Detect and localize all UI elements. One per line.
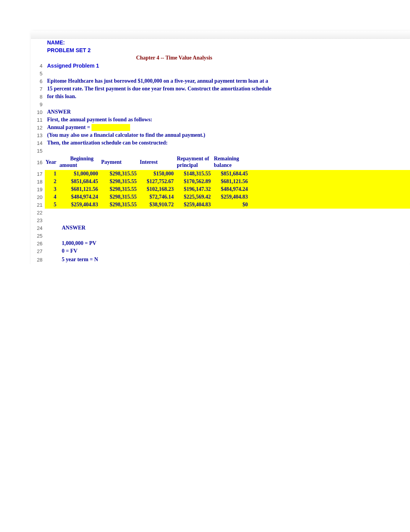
cell-remaining[interactable]: $0 (213, 202, 250, 208)
row-11: 11 First, the annual payment is found as… (31, 116, 410, 124)
row-number: 27 (31, 248, 45, 254)
cell-beginning[interactable]: $851,684.45 (59, 178, 100, 185)
chapter-title: Chapter 4 -- Time Value Analysis (103, 55, 246, 61)
row-24: 24 ANSWER (31, 224, 410, 232)
row-15: 15 (31, 147, 410, 155)
cell-year[interactable]: 1 (45, 171, 59, 177)
row-number: 20 (31, 194, 45, 200)
row-number: 16 (31, 160, 45, 165)
row-number: 18 (31, 179, 45, 185)
cell-payment[interactable]: $298,315.55 (100, 171, 139, 177)
th-balance: balance (214, 162, 250, 169)
row-number: 21 (31, 202, 45, 208)
row-number: 17 (31, 171, 45, 177)
name-label: NAME: (45, 39, 65, 46)
row-5: 5 (31, 70, 410, 77)
cell-beginning[interactable]: $1,000,000 (59, 171, 100, 177)
column-headers (31, 31, 410, 39)
row-16: 16 Year Beginning amount Payment Interes… (31, 155, 410, 170)
row-17: 17 1 $1,000,000 $298,315.55 $150,000 $14… (31, 170, 410, 178)
row-number: 19 (31, 187, 45, 192)
answer-text: First, the annual payment is found as fo… (45, 117, 152, 123)
th-principal: principal (177, 162, 213, 169)
cell-beginning[interactable]: $259,404.83 (59, 202, 100, 208)
row-12: 12 Annual payment = (31, 124, 410, 131)
problem-text: for this loan. (45, 93, 76, 100)
th-beginning: Beginning (63, 156, 100, 162)
cell-year[interactable]: 2 (45, 178, 59, 185)
row-27: 27 0 = FV (31, 247, 410, 255)
problem-text: Epitome Healthcare has just borrowed $1,… (45, 78, 268, 84)
highlighted-cell[interactable] (91, 124, 130, 131)
row-22: 22 (31, 209, 410, 216)
cell-remaining[interactable]: $484,974.24 (213, 186, 250, 192)
row-6: 6 Epitome Healthcare has just borrowed $… (31, 77, 410, 85)
pv-line: 1,000,000 = PV (45, 240, 97, 246)
row-14: 14 Then, the amortization schedule can b… (31, 139, 410, 147)
cell-remaining[interactable]: $851,684.45 (213, 171, 250, 177)
row-13: 13 (You may also use a financial calcula… (31, 131, 410, 139)
row-10: 10 ANSWER (31, 108, 410, 116)
cell-beginning[interactable]: $681,121.56 (59, 186, 100, 192)
cell-payment[interactable]: $298,315.55 (100, 178, 139, 185)
cell-year[interactable]: 5 (45, 202, 59, 208)
row-25: 25 (31, 232, 410, 240)
row-8: 8 for this loan. (31, 93, 410, 100)
row-number: 25 (31, 233, 45, 239)
row-19: 19 3 $681,121.56 $298,315.55 $102,168.23… (31, 185, 410, 193)
problem-text: 15 percent rate. The first payment is du… (45, 86, 271, 92)
row-28: 28 5 year term = N (31, 255, 410, 264)
fv-line: 0 = FV (45, 248, 78, 254)
row-9: 9 (31, 100, 410, 108)
cell-repayment[interactable]: $196,147.32 (176, 186, 213, 192)
cell-repayment[interactable]: $225,569.42 (176, 194, 213, 200)
cell-interest[interactable]: $127,752.67 (139, 178, 176, 185)
row-number: 9 (31, 102, 45, 107)
th-year: Year (46, 159, 59, 166)
row-name: NAME: (31, 39, 410, 46)
th-repayment: Repayment of (177, 156, 213, 162)
cell-interest[interactable]: $102,168.23 (139, 186, 176, 192)
th-payment: Payment (101, 159, 139, 166)
cell-repayment[interactable]: $148,315.55 (176, 171, 213, 177)
th-remaining: Remaining (214, 156, 250, 162)
cell-interest[interactable]: $38,910.72 (139, 202, 176, 208)
problem-set-label: PROBLEM SET 2 (45, 47, 91, 53)
row-chapter: Chapter 4 -- Time Value Analysis (31, 54, 410, 62)
row-20: 20 4 $484,974.24 $298,315.55 $72,746.14 … (31, 193, 410, 201)
cell-repayment[interactable]: $259,404.83 (176, 202, 213, 208)
cell-payment[interactable]: $298,315.55 (100, 186, 139, 192)
row-number: 6 (31, 78, 45, 84)
annual-payment-label: Annual payment = (45, 124, 90, 131)
row-23: 23 (31, 216, 410, 224)
row-number: 12 (31, 125, 45, 131)
cell-year[interactable]: 4 (45, 194, 59, 200)
n-line: 5 year term = N (45, 257, 98, 263)
cell-remaining[interactable]: $259,404.83 (213, 194, 250, 200)
cell-payment[interactable]: $298,315.55 (100, 202, 139, 208)
row-number: 26 (31, 241, 45, 246)
row-number: 24 (31, 225, 45, 231)
cell-remaining[interactable]: $681,121.56 (213, 178, 250, 185)
row-7: 7 15 percent rate. The first payment is … (31, 85, 410, 93)
row-number: 8 (31, 94, 45, 100)
cell-year[interactable]: 3 (45, 186, 59, 192)
th-interest: Interest (140, 159, 176, 166)
row-number: 11 (31, 117, 45, 123)
answer-heading: ANSWER (45, 109, 71, 115)
row-problem-set: PROBLEM SET 2 (31, 46, 410, 54)
cell-beginning[interactable]: $484,974.24 (59, 194, 100, 200)
row-number: 13 (31, 133, 45, 138)
spreadsheet: NAME: PROBLEM SET 2 Chapter 4 -- Time Va… (31, 31, 410, 264)
row-number: 22 (31, 210, 45, 216)
row-number: 14 (31, 140, 45, 146)
cell-payment[interactable]: $298,315.55 (100, 194, 139, 200)
row-number: 7 (31, 86, 45, 92)
cell-repayment[interactable]: $170,562.89 (176, 178, 213, 185)
answer-heading-2: ANSWER (45, 225, 85, 231)
row-21: 21 5 $259,404.83 $298,315.55 $38,910.72 … (31, 201, 410, 209)
cell-interest[interactable]: $72,746.14 (139, 194, 176, 200)
row-number: 10 (31, 109, 45, 115)
row-number: 15 (31, 148, 45, 154)
cell-interest[interactable]: $150,000 (139, 171, 176, 177)
